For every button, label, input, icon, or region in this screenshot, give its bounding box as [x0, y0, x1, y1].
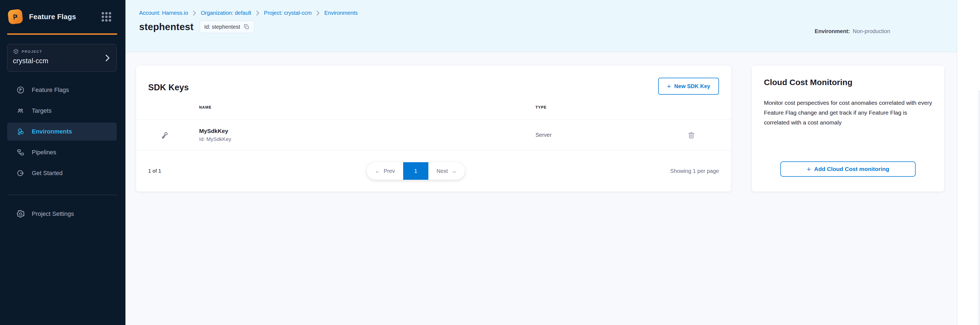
environment-type-label: Environment:	[815, 28, 850, 35]
sdk-key-type: Server	[536, 132, 686, 138]
flag-circle-icon	[16, 86, 25, 94]
sidebar-item-label: Pipelines	[32, 149, 56, 156]
environment-type: Environment: Non-production	[815, 28, 890, 35]
pipelines-icon	[16, 148, 25, 157]
cloud-cost-description: Monitor cost perspectives for cost anoma…	[764, 98, 932, 127]
arrow-right-icon: →	[451, 168, 457, 174]
environment-type-value: Non-production	[853, 28, 890, 35]
cloud-cost-title: Cloud Cost Monitoring	[764, 78, 932, 87]
launch-circle-icon	[16, 169, 25, 177]
sidebar-item-label: Get Started	[32, 170, 63, 177]
hexagons-icon	[16, 127, 25, 136]
sdk-keys-title: SDK Keys	[148, 82, 189, 92]
project-name: crystal-ccm	[13, 57, 100, 65]
next-page-button[interactable]: Next →	[428, 162, 465, 180]
project-label: PROJECT	[22, 49, 42, 54]
module-accent-bar	[7, 33, 117, 35]
sdk-key-row[interactable]: MySdkKey Id: MySdkKey Server	[136, 120, 731, 151]
sidebar-nav: Feature Flags Targets Environments Pipel…	[0, 81, 126, 182]
cloud-cost-card: Cloud Cost Monitoring Monitor cost persp…	[752, 66, 944, 192]
sidebar-item-label: Feature Flags	[32, 86, 69, 94]
showing-per-page-label: Showing 1 per page	[670, 168, 719, 174]
module-title: Feature Flags	[29, 13, 95, 21]
arrow-left-icon: ←	[375, 168, 380, 174]
delete-sdk-key-button[interactable]	[686, 131, 731, 139]
module-header: Feature Flags	[0, 0, 126, 33]
new-sdk-key-button[interactable]: + New SDK Key	[658, 78, 719, 95]
column-header-type: TYPE	[536, 105, 686, 109]
plus-icon: +	[807, 165, 811, 173]
sdk-keys-pagination: 1 of 1 ← Prev 1 Next → Showing 1 per pag…	[136, 151, 731, 192]
page-number-button[interactable]: 1	[403, 162, 428, 180]
sidebar-item-feature-flags[interactable]: Feature Flags	[7, 81, 117, 99]
chevron-right-icon	[192, 10, 196, 16]
page-header: Account: Harness.io Organization: defaul…	[126, 0, 957, 52]
gear-icon	[16, 210, 25, 218]
feature-flags-logo-icon[interactable]	[7, 9, 23, 24]
sidebar-item-label: Project Settings	[32, 210, 74, 217]
main-panel: SDK Keys + New SDK Key NAME TYPE	[126, 52, 957, 325]
sidebar-item-pipelines[interactable]: Pipelines	[7, 143, 117, 162]
sdk-keys-card: SDK Keys + New SDK Key NAME TYPE	[136, 66, 731, 192]
sidebar-item-project-settings[interactable]: Project Settings	[7, 205, 117, 223]
page-title: stephentest	[139, 21, 194, 32]
sdk-key-name: MySdkKey	[199, 128, 536, 134]
trash-icon	[687, 131, 695, 139]
content-area: Account: Harness.io Organization: defaul…	[126, 0, 957, 325]
chevron-right-icon	[256, 10, 260, 16]
add-cloud-cost-button[interactable]: + Add Cloud Cost monitoring	[780, 162, 916, 177]
chevron-right-icon	[105, 54, 110, 62]
pager: ← Prev 1 Next →	[367, 162, 465, 180]
chevron-right-icon	[316, 10, 320, 16]
sidebar-item-environments[interactable]: Environments	[7, 122, 117, 141]
breadcrumb-account-link[interactable]: Account: Harness.io	[139, 10, 188, 16]
breadcrumb-environments-link[interactable]: Environments	[324, 10, 358, 16]
column-header-name: NAME	[199, 105, 536, 109]
people-icon	[16, 107, 25, 115]
plus-icon: +	[667, 82, 671, 90]
breadcrumb-organization-link[interactable]: Organization: default	[201, 10, 251, 16]
sdk-keys-table-header: NAME TYPE	[136, 95, 731, 120]
prev-page-button[interactable]: ← Prev	[367, 162, 403, 180]
sidebar-divider	[7, 195, 117, 195]
sidebar-item-label: Targets	[32, 107, 51, 114]
page-count: 1 of 1	[148, 168, 161, 174]
sidebar-item-get-started[interactable]: Get Started	[7, 164, 117, 182]
environment-id-chip: Id: stephentest	[200, 21, 254, 33]
app-switcher-grid-icon[interactable]	[102, 12, 111, 22]
sdk-key-id: Id: MySdkKey	[199, 136, 536, 142]
sidebar-item-label: Environments	[32, 128, 72, 135]
scrollbar-gutter	[957, 0, 980, 325]
breadcrumb: Account: Harness.io Organization: defaul…	[139, 10, 957, 16]
cube-icon	[13, 48, 19, 54]
sidebar: Feature Flags PROJECT crystal-ccm Featur…	[0, 0, 126, 325]
scrollbar[interactable]	[978, 90, 980, 325]
environment-id-text: Id: stephentest	[204, 24, 240, 30]
breadcrumb-project-link[interactable]: Project: crystal-ccm	[264, 10, 312, 16]
copy-icon[interactable]	[243, 24, 250, 30]
key-icon	[136, 131, 199, 140]
project-selector[interactable]: PROJECT crystal-ccm	[7, 44, 117, 72]
sidebar-item-targets[interactable]: Targets	[7, 102, 117, 120]
page: Feature Flags PROJECT crystal-ccm Featur…	[0, 0, 980, 325]
